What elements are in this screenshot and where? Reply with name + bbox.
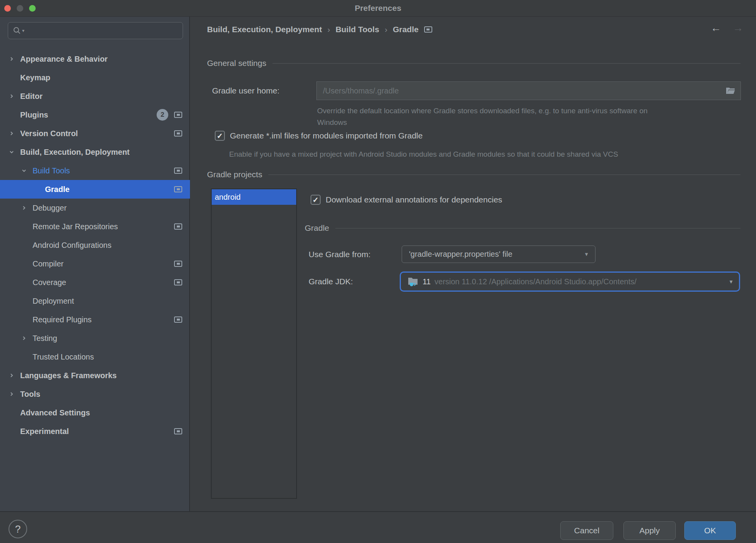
ok-button[interactable]: OK [684,521,736,540]
sidebar-item-trusted-locations[interactable]: Trusted Locations [0,348,190,366]
breadcrumb-segment[interactable]: Build, Execution, Deployment [207,25,322,34]
search-box[interactable]: ▾ [8,22,183,39]
monitor-icon [174,130,182,137]
dialog-footer: ? Cancel Apply OK [0,511,756,543]
user-home-help-text: Override the default location where Grad… [317,105,651,128]
download-annotations-label[interactable]: Download external annotations for depend… [326,195,502,204]
gradle-projects-list: android [211,188,297,499]
gradle-subsection-header: Gradle [305,222,740,234]
project-list-item-android[interactable]: android [212,189,296,205]
chevron-right-icon[interactable] [21,335,27,341]
sidebar-item-label: Coverage [33,278,66,287]
sidebar-item-version-control[interactable]: Version Control [0,124,190,143]
section-rule [273,63,740,64]
sidebar-item-remote-jar-repositories[interactable]: Remote Jar Repositories [0,217,190,236]
gradle-user-home-field [316,81,741,100]
settings-sidebar: ▾ Appearance & BehaviorKeymapEditorPlugi… [0,17,190,511]
sidebar-item-build-tools[interactable]: Build Tools [0,161,190,180]
dropdown-value: 'gradle-wrapper.properties' file [409,250,513,259]
generate-iml-checkbox[interactable]: ✓ [215,131,225,141]
folder-icon[interactable] [725,86,735,95]
minimize-icon[interactable] [17,5,23,12]
chevron-right-icon[interactable] [9,56,15,62]
sidebar-item-compiler[interactable]: Compiler [0,254,190,273]
breadcrumb: Build, Execution, Deployment › Build Too… [207,22,432,36]
breadcrumb-segment[interactable]: Gradle [393,25,419,34]
sidebar-item-required-plugins[interactable]: Required Plugins [0,310,190,329]
sidebar-item-android-configurations[interactable]: Android Configurations [0,236,190,254]
zoom-icon[interactable] [29,5,36,12]
window-title: Preferences [355,3,401,13]
sidebar-item-label: Appearance & Behavior [20,55,108,64]
chevron-right-icon[interactable] [9,130,15,137]
preferences-window: Preferences ▾ Appearance & BehaviorKeyma… [0,0,756,543]
sidebar-item-label: Required Plugins [33,315,91,324]
section-rule [335,228,740,228]
close-icon[interactable] [4,5,11,12]
generate-iml-help-text: Enable if you have a mixed project with … [229,149,618,160]
sidebar-item-testing[interactable]: Testing [0,329,190,348]
breadcrumb-segment[interactable]: Build Tools [335,25,379,34]
sidebar-item-advanced-settings[interactable]: Advanced Settings [0,403,190,422]
download-annotations-checkbox[interactable]: ✓ [311,195,321,205]
jdk-folder-icon [407,276,419,287]
search-options-arrow-icon[interactable]: ▾ [22,28,24,33]
sidebar-item-label: Remote Jar Repositories [33,222,118,231]
sidebar-item-gradle[interactable]: Gradle [0,180,190,199]
monitor-icon [174,428,182,434]
sidebar-item-plugins[interactable]: Plugins2 [0,105,190,124]
sidebar-item-label: Trusted Locations [33,353,94,361]
sidebar-item-coverage[interactable]: Coverage [0,273,190,292]
sidebar-item-keymap[interactable]: Keymap [0,68,190,87]
sidebar-item-editor[interactable]: Editor [0,87,190,105]
section-rule [268,175,740,175]
search-input[interactable] [25,22,183,39]
apply-button[interactable]: Apply [623,521,676,540]
monitor-icon [174,186,182,192]
gradle-jdk-dropdown[interactable]: 11 version 11.0.12 /Applications/Android… [400,272,740,292]
jdk-detail: version 11.0.12 /Applications/Android St… [435,277,637,286]
forward-arrow-icon[interactable]: → [733,22,743,34]
use-gradle-from-dropdown[interactable]: 'gradle-wrapper.properties' file ▼ [402,246,595,263]
sidebar-item-label: Compiler [33,259,64,268]
plugins-count-badge: 2 [157,109,168,121]
sidebar-item-experimental[interactable]: Experimental [0,422,190,441]
sidebar-item-label: Debugger [33,204,67,213]
cancel-button[interactable]: Cancel [560,521,613,540]
chevron-right-icon[interactable] [9,391,15,397]
monitor-icon [174,168,182,174]
sidebar-item-appearance-behavior[interactable]: Appearance & Behavior [0,50,190,68]
sidebar-item-deployment[interactable]: Deployment [0,292,190,310]
chevron-right-icon[interactable] [9,372,15,379]
sidebar-item-build-execution-deployment[interactable]: Build, Execution, Deployment [0,143,190,161]
gradle-user-home-label: Gradle user home: [212,81,280,100]
sidebar-item-tools[interactable]: Tools [0,385,190,403]
breadcrumb-separator: › [322,25,335,34]
history-navigation: ← → [711,22,743,34]
chevron-down-icon: ▼ [728,279,734,285]
generate-iml-row: ✓ Generate *.iml files for modules impor… [215,131,423,141]
monitor-icon [174,261,182,267]
sidebar-item-languages-frameworks[interactable]: Languages & Frameworks [0,366,190,385]
back-arrow-icon[interactable]: ← [711,22,721,34]
sidebar-item-label: Plugins [20,111,48,119]
chevron-right-icon[interactable] [21,205,27,211]
chevron-down-icon[interactable] [9,149,15,155]
sidebar-item-label: Experimental [20,427,69,436]
checkmark-icon: ✓ [312,195,319,204]
help-button[interactable]: ? [9,520,27,538]
checkmark-icon: ✓ [217,131,223,140]
sidebar-item-label: Build, Execution, Deployment [20,148,129,157]
sidebar-item-label: Languages & Frameworks [20,371,117,380]
general-settings-header: General settings [207,57,740,69]
sidebar-item-label: Tools [20,390,40,399]
sidebar-item-label: Editor [20,92,43,101]
generate-iml-label[interactable]: Generate *.iml files for modules importe… [230,131,423,140]
chevron-down-icon[interactable] [21,168,27,174]
gradle-user-home-input[interactable] [316,81,741,100]
sidebar-item-debugger[interactable]: Debugger [0,199,190,217]
chevron-right-icon[interactable] [9,93,15,99]
traffic-lights [4,5,36,12]
chevron-down-icon: ▼ [584,251,589,257]
sidebar-item-label: Deployment [33,297,74,306]
